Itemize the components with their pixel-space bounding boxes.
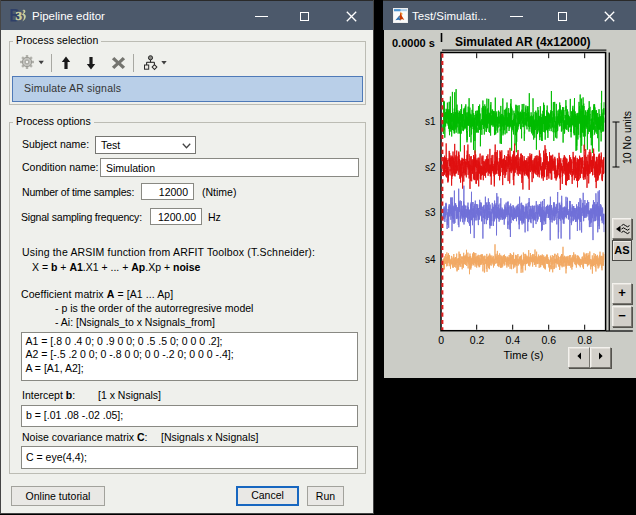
svg-text:3: 3 xyxy=(15,8,22,23)
